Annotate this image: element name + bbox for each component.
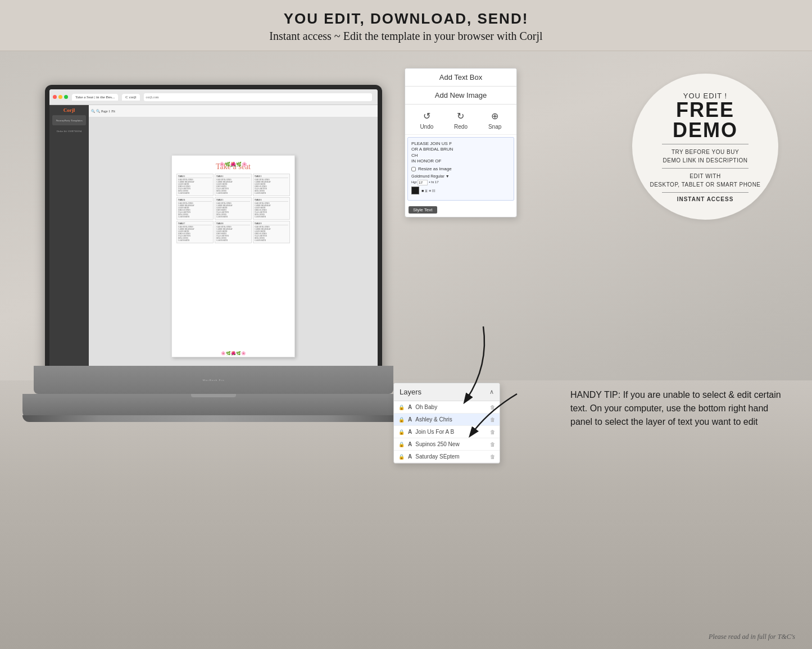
laptop-keyboard: MacBook Pro: [34, 366, 393, 394]
table-5-names: SAMANTHA JONESCARRIE BRADSHAWJASON SMITH…: [216, 202, 250, 218]
redo-item[interactable]: ↻ Redo: [454, 109, 468, 130]
demo-try-label: TRY BEFORE YOU BUY DEMO LINK IN DESCRIPT…: [663, 148, 748, 165]
footer-note: Please read ad in full for T&C's: [709, 633, 795, 641]
table-4-names: SAMANTHA JONESCARRIE BRADSHAWJASON SMITH…: [178, 202, 212, 218]
snap-item[interactable]: ⊕ Snap: [488, 109, 502, 130]
font-name-label: Goldmund Regular: [411, 174, 444, 178]
color-format-row: ■ ⧖ ≡ ▤: [411, 187, 510, 194]
type-icon-3: A: [408, 441, 412, 447]
format-icons: ■ ⧖ ≡ ▤: [421, 188, 435, 193]
height-label: Hgt: [411, 180, 416, 185]
table-block-5: TABLE 5 SAMANTHA JONESCARRIE BRADSHAWJAS…: [215, 197, 252, 220]
corjl-nav-templates[interactable]: NoorayParty Templates: [52, 115, 86, 125]
layer-name-saturday: Saturday SEptem: [415, 453, 487, 460]
seating-tables-grid: TABLE 1 SAMANTHA JONESCARRIE BRADSHAWJAS…: [176, 174, 290, 243]
corjl-left-sidebar: Corjl NoorayParty Templates Order Id: 15…: [49, 105, 89, 395]
lock-icon-4: 🔒: [398, 454, 405, 460]
undo-label: Undo: [420, 124, 433, 130]
font-select-row[interactable]: Goldmund Regular ▼: [411, 174, 510, 179]
panel-edit-section: PLEASE JOIN US FOR A BRIDAL BRUNCHIN HON…: [407, 137, 514, 201]
table-block-9: TABLE 9 SAMANTHA JONESCARRIE BRADSHAWJAS…: [253, 221, 290, 243]
corjl-toolbar: 🔍 🔍 Page 1 Fit: [89, 105, 378, 117]
main-area: Take a Seat | in the Bes... C corjl corj…: [0, 51, 812, 649]
laptop-foot: [22, 415, 405, 422]
color-swatch[interactable]: [411, 187, 419, 194]
demo-divider-2: [662, 168, 749, 169]
resize-checkbox[interactable]: [411, 167, 416, 171]
lock-icon-1: 🔒: [398, 417, 405, 423]
style-text-button[interactable]: Style Text: [409, 206, 437, 214]
table-block-1: TABLE 1 SAMANTHA JONESCARRIE BRADSHAWJAS…: [176, 174, 214, 196]
table-9-names: SAMANTHA JONESCARRIE BRADSHAWJASON SMITH…: [255, 226, 288, 242]
laptop-brand: MacBook Pro: [203, 379, 225, 382]
layers-title: Layers: [400, 388, 421, 396]
laptop-base: [22, 394, 405, 422]
table-1-names: SAMANTHA JONESCARRIE BRADSHAWJASON SMITH…: [178, 179, 212, 194]
type-icon-2: A: [408, 429, 412, 435]
demo-edit-with-label: EDIT WITH DESKTOP, TABLET OR SMART PHONE: [650, 172, 760, 189]
demo-free-label: FREE: [676, 100, 734, 120]
browser-close-dot: [53, 95, 57, 99]
type-icon-0: A: [408, 404, 412, 410]
demo-instant-label: INSTANT ACCESS: [677, 196, 734, 202]
text-preview: PLEASE JOIN US FOR A BRIDAL BRUNCHIN HON…: [411, 141, 510, 165]
banner-headline: YOU EDIT, DOWNLOAD, SEND!: [0, 10, 812, 28]
add-new-image-button[interactable]: Add New Image: [405, 87, 516, 105]
browser-tab[interactable]: Take a Seat | in the Bes...: [72, 94, 118, 101]
demo-demo-label: DEMO: [673, 120, 738, 140]
table-7-names: SAMANTHA JONESCARRIE BRADSHAWJASON SMITH…: [178, 226, 212, 242]
table-block-4: TABLE 4 SAMANTHA JONESCARRIE BRADSHAWJAS…: [176, 197, 214, 220]
toolbar-zoom-in[interactable]: 🔍: [91, 109, 95, 113]
snap-icon: ⊕: [488, 109, 502, 122]
top-banner: YOU EDIT, DOWNLOAD, SEND! Instant access…: [0, 0, 812, 51]
undo-item[interactable]: ↺ Undo: [420, 109, 433, 130]
seating-chart-template: 🌸🌿🌺🌿🌸 Take a seat TABLE 1 SAMANTHA JONES…: [171, 155, 295, 357]
delete-icon-4[interactable]: 🗑: [490, 454, 495, 460]
corjl-editor: Corjl NoorayParty Templates Order Id: 15…: [49, 105, 378, 395]
type-icon-1: A: [408, 416, 412, 423]
table-3-names: SAMANTHA JONESCARRIE BRADSHAWJASON SMITH…: [255, 179, 288, 194]
arrow-tip-to-layers: [461, 388, 528, 444]
width-label: ▪ ht 17: [429, 180, 438, 185]
floral-decoration-bottom: 🌸🌿🌺🌿🌸: [172, 351, 294, 356]
panel-style-options: Style Text: [405, 203, 516, 217]
laptop-screen: Take a Seat | in the Bes... C corjl corj…: [45, 85, 382, 400]
order-id-label: Order Id: 1509758194: [56, 129, 83, 134]
table-block-6: TABLE 6 SAMANTHA JONESCARRIE BRADSHAWJAS…: [253, 197, 290, 220]
lock-icon-0: 🔒: [398, 405, 405, 410]
toolbar-zoom-out[interactable]: 🔍: [96, 109, 100, 113]
table-8-names: SAMANTHA JONESCARRIE BRADSHAWJASON SMITH…: [216, 226, 250, 242]
toolbar-page: Page 1: [101, 110, 110, 113]
redo-label: Redo: [454, 124, 468, 130]
browser-address-bar[interactable]: corjl.com: [144, 93, 372, 101]
banner-subtitle: Instant access ~ Edit the template in yo…: [0, 30, 812, 43]
snap-label: Snap: [488, 124, 501, 130]
browser-chrome: Take a Seat | in the Bes... C corjl corj…: [49, 89, 378, 105]
handy-tip-text: HANDY TIP: If you are unable to select &…: [570, 388, 784, 429]
laptop-container: Take a Seat | in the Bes... C corjl corj…: [22, 85, 405, 562]
redo-icon: ↻: [454, 109, 468, 122]
table-6-names: SAMANTHA JONESCARRIE BRADSHAWJASON SMITH…: [255, 202, 288, 218]
undo-icon: ↺: [420, 109, 433, 122]
free-demo-circle: YOU EDIT ! FREE DEMO TRY BEFORE YOU BUY …: [632, 74, 778, 220]
table-block-7: TABLE 7 SAMANTHA JONESCARRIE BRADSHAWJAS…: [176, 221, 214, 243]
floral-decoration-top: 🌸🌿🌺🌿🌸: [172, 156, 294, 173]
laptop-screen-inner: Take a Seat | in the Bes... C corjl corj…: [49, 89, 378, 395]
font-size-row: Hgt ▪ ht 17: [411, 180, 510, 185]
toolbar-fit[interactable]: Fit: [111, 110, 115, 113]
browser-maximize-dot: [64, 95, 68, 99]
corjl-canvas-area: 🌸🌿🌺🌿🌸 Take a seat TABLE 1 SAMANTHA JONES…: [89, 117, 378, 395]
corjl-right-panel: Add Text Box Add New Image ↺ Undo ↻ Redo…: [405, 68, 517, 217]
corjl-main: 🔍 🔍 Page 1 Fit 🌸🌿🌺🌿🌸: [89, 105, 378, 395]
lock-icon-2: 🔒: [398, 429, 405, 435]
browser-minimize-dot: [58, 95, 62, 99]
table-2-names: SAMANTHA JONESCARRIE BRADSHAWJASON SMITH…: [216, 179, 250, 194]
demo-divider-1: [662, 144, 749, 144]
panel-icons-row: ↺ Undo ↻ Redo ⊕ Snap: [405, 105, 516, 135]
browser-tab-2[interactable]: C corjl: [122, 94, 139, 101]
layer-item-saturday[interactable]: 🔒 A Saturday SEptem 🗑: [394, 451, 500, 463]
type-icon-4: A: [408, 453, 412, 460]
height-input[interactable]: [418, 180, 428, 185]
resize-row: Resize as Image: [411, 166, 510, 172]
add-text-box-button[interactable]: Add Text Box: [405, 69, 516, 87]
